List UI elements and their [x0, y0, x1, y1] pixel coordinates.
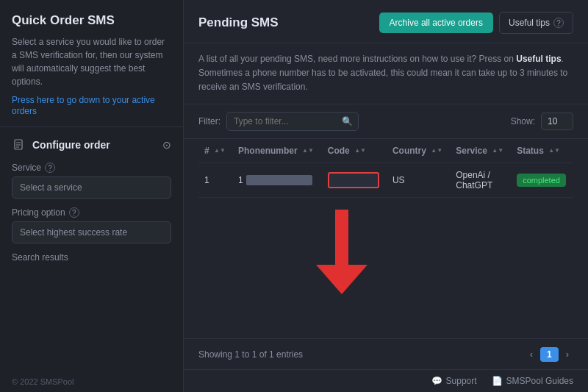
sort-arrows-status[interactable]: ▲▼ [548, 148, 560, 154]
col-id: # ▲▼ [198, 139, 232, 163]
sidebar: Quick Order SMS Select a service you wou… [0, 0, 184, 392]
sidebar-header: Quick Order SMS Select a service you wou… [0, 0, 183, 127]
sort-arrows-code[interactable]: ▲▼ [354, 148, 366, 154]
cell-service: OpenAi /ChatGPT [450, 163, 511, 197]
main-description: A list of all your pending SMS, need mor… [184, 43, 588, 104]
support-link[interactable]: 💬 Support [431, 376, 477, 386]
archive-button[interactable]: Archive all active orders [379, 13, 493, 33]
header-buttons: Archive all active orders Useful tips ? [379, 12, 573, 34]
show-count-select[interactable]: 10 25 50 [541, 113, 573, 130]
support-label: Support [446, 376, 477, 386]
col-country: Country ▲▼ [387, 139, 450, 163]
support-icon: 💬 [431, 376, 442, 386]
filter-bar: Filter: 🔍 Show: 10 25 50 [184, 104, 588, 139]
guides-icon: 📄 [492, 376, 503, 386]
col-phone: Phonenumber ▲▼ [232, 139, 322, 163]
main-title: Pending SMS [198, 15, 279, 30]
col-service: Service ▲▼ [450, 139, 511, 163]
guides-label: SMSPool Guides [506, 376, 573, 386]
sidebar-active-orders-link[interactable]: Press here to go down to your active ord… [12, 95, 155, 116]
sort-arrows-phone[interactable]: ▲▼ [302, 148, 314, 154]
search-results-label: Search results [12, 252, 171, 263]
configure-header: Configure order ⊙ [12, 138, 171, 152]
sort-arrows-country[interactable]: ▲▼ [431, 148, 442, 154]
useful-tips-button[interactable]: Useful tips ? [499, 12, 573, 34]
show-label: Show: [511, 116, 535, 126]
sms-table: # ▲▼ Phonenumber ▲▼ Code ▲▼ Country [198, 139, 573, 198]
status-badge: completed [517, 174, 566, 187]
configure-section: Configure order ⊙ Service ? Select a ser… [0, 127, 183, 273]
cell-status: completed [511, 163, 573, 197]
main-content: Pending SMS Archive all active orders Us… [184, 0, 588, 392]
pricing-label: Pricing option [12, 207, 65, 218]
prev-page-button[interactable]: ‹ [526, 346, 537, 362]
cell-phone: 1 [232, 163, 322, 197]
table-footer: Showing 1 to 1 of 1 entries ‹ 1 › [184, 338, 588, 369]
guides-link[interactable]: 📄 SMSPool Guides [492, 376, 573, 386]
service-help-icon[interactable]: ? [45, 163, 55, 173]
tips-help-icon: ? [553, 18, 564, 28]
search-icon: 🔍 [342, 116, 353, 126]
pagination: ‹ 1 › [526, 346, 573, 362]
copyright: © 2022 SMSPool [12, 377, 74, 386]
sidebar-description: Select a service you would like to order… [12, 35, 171, 88]
showing-entries: Showing 1 to 1 of 1 entries [198, 349, 303, 360]
pricing-field-group: Pricing option ? Select highest success … [12, 207, 171, 243]
pricing-select[interactable]: Select highest success rate [12, 221, 171, 243]
table-row: 1 1 US OpenAi /ChatGPT [198, 163, 573, 197]
pricing-help-icon[interactable]: ? [69, 207, 79, 218]
service-select[interactable]: Select a service [12, 177, 171, 199]
main-header: Pending SMS Archive all active orders Us… [184, 0, 588, 43]
filter-label: Filter: [198, 116, 220, 126]
current-page[interactable]: 1 [540, 347, 559, 362]
service-field-group: Service ? Select a service [12, 163, 171, 199]
phone-number-blurred [246, 175, 312, 185]
cell-id: 1 [198, 163, 232, 197]
sidebar-title: Quick Order SMS [12, 13, 171, 28]
table-wrap: # ▲▼ Phonenumber ▲▼ Code ▲▼ Country [184, 139, 588, 338]
cell-code [322, 163, 387, 197]
filter-input[interactable] [226, 112, 359, 131]
col-status: Status ▲▼ [511, 139, 573, 163]
code-value [328, 172, 379, 188]
bottom-bar: 💬 Support 📄 SMSPool Guides [184, 369, 588, 392]
document-icon [12, 138, 26, 152]
service-label: Service [12, 163, 41, 173]
configure-chevron-button[interactable]: ⊙ [162, 139, 171, 151]
sort-arrows-service[interactable]: ▲▼ [492, 148, 503, 154]
col-code: Code ▲▼ [322, 139, 387, 163]
sort-arrows-id[interactable]: ▲▼ [214, 148, 226, 154]
configure-title: Configure order [32, 139, 110, 151]
next-page-button[interactable]: › [562, 346, 573, 362]
useful-tips-label: Useful tips [509, 18, 550, 28]
cell-country: US [387, 163, 450, 197]
